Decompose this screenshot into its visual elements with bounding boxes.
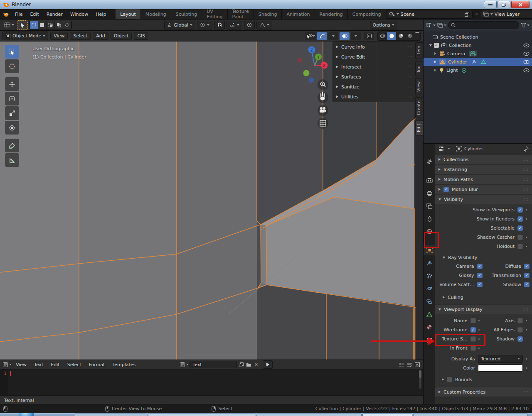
panel-instancing[interactable]: Instancing:::: [435, 165, 532, 174]
row-label[interactable]: Collection [449, 43, 471, 48]
proportional-falloff-dropdown[interactable] [256, 21, 272, 29]
workspace-tab-rendering[interactable]: Rendering [315, 9, 348, 19]
ray-transmission-checkbox[interactable]: ✓ [524, 273, 530, 278]
outliner-row-collection[interactable]: ✓ Collection [424, 41, 532, 49]
sidebar-tab-view[interactable]: View [415, 78, 423, 95]
text-datablock-dropdown[interactable] [180, 362, 189, 367]
text-editor-content[interactable]: 1 [0, 370, 423, 395]
expand-icon[interactable] [442, 378, 444, 381]
snap-toggle[interactable] [214, 21, 225, 29]
tab-physics[interactable] [424, 284, 435, 294]
filter-dropdown[interactable] [437, 23, 446, 28]
close-button[interactable] [511, 1, 530, 8]
tool-move[interactable] [5, 77, 19, 91]
row-label[interactable]: Camera [447, 51, 465, 56]
display-mode-dropdown[interactable] [426, 22, 436, 28]
panel-custom-properties[interactable]: Custom Properties:::: [435, 387, 532, 396]
tab-constraints[interactable] [424, 296, 435, 306]
selectable-checkbox[interactable]: ✓ [517, 225, 523, 231]
panel-curve-info[interactable]: Curve Info:::: [333, 42, 416, 52]
menu-file[interactable]: File [11, 9, 26, 19]
sidebar-tab-edit[interactable]: Edit [415, 120, 423, 135]
shading-material-button[interactable] [396, 32, 405, 40]
overlays-toggle[interactable] [340, 32, 350, 40]
ray-diffuse-checkbox[interactable]: ✓ [524, 264, 530, 269]
tool-scale[interactable] [5, 106, 19, 120]
shading-dropdown[interactable] [414, 32, 420, 40]
show-in-viewports-checkbox[interactable]: ✓ [517, 207, 523, 213]
workspace-tab-sculpting[interactable]: Sculpting [171, 9, 202, 19]
mode-dropdown[interactable]: Object Mode [2, 32, 48, 40]
start-button[interactable] [19, 413, 34, 416]
options-dropdown[interactable]: Options [370, 21, 397, 29]
light-data-icon[interactable] [461, 68, 467, 73]
drag-dots-icon[interactable]: :::: [406, 95, 413, 99]
outliner-row-scene-collection[interactable]: Scene Collection [424, 33, 532, 41]
gizmos-dropdown[interactable] [328, 32, 338, 40]
motion-blur-checkbox[interactable]: ✓ [443, 187, 449, 192]
search-input[interactable] [448, 21, 519, 29]
bounds-checkbox[interactable] [447, 377, 452, 382]
display-name-checkbox[interactable] [470, 318, 476, 323]
panel-ray-visibility[interactable]: Ray Visibility [435, 253, 532, 262]
proportional-editing-toggle[interactable] [244, 21, 255, 29]
menu-render[interactable]: Render [43, 9, 66, 19]
camera-data-icon[interactable] [469, 51, 477, 56]
panel-motion-paths[interactable]: Motion Paths:::: [435, 175, 532, 184]
ray-shadow-checkbox[interactable]: ✓ [524, 282, 530, 287]
outliner-row-light[interactable]: Light [424, 66, 532, 74]
tool-cursor[interactable] [5, 59, 19, 73]
windows-taskbar[interactable] [0, 413, 532, 416]
text-name-field[interactable]: Text [190, 361, 237, 368]
viewport-menu-gis[interactable]: GIS [134, 32, 148, 40]
sidebar-tab-tool[interactable]: Tool [415, 61, 423, 76]
select-mode-invert[interactable] [55, 21, 63, 29]
panel-viewport-display[interactable]: Viewport Display:::: [435, 305, 532, 314]
te-menu-edit[interactable]: Edit [47, 362, 63, 367]
panel-surfaces[interactable]: Surfaces:::: [333, 72, 416, 82]
menu-help[interactable]: Help [92, 9, 110, 19]
editor-type-dropdown[interactable] [2, 362, 12, 367]
drag-dots-icon[interactable]: :::: [406, 85, 413, 89]
expand-icon[interactable] [434, 61, 436, 63]
menu-edit[interactable]: Edit [26, 9, 42, 19]
ray-volume-checkbox[interactable]: ✓ [477, 282, 483, 287]
syntax-highlight-toggle[interactable] [414, 362, 421, 368]
view-layer-name[interactable]: View Layer [495, 12, 532, 17]
collection-checkbox[interactable]: ✓ [434, 43, 439, 48]
panel-visibility[interactable]: Visibility:::: [435, 195, 532, 204]
outliner-row-camera[interactable]: Camera [424, 49, 532, 58]
select-mode-intersect[interactable] [63, 21, 71, 29]
hide-toggle-eye-icon[interactable] [523, 43, 530, 48]
sidebar-tab-item[interactable]: Item [415, 42, 423, 59]
taskbar-window-button[interactable] [257, 414, 362, 416]
panel-utilities[interactable]: Utilities:::: [333, 92, 416, 102]
panel-motion-blur[interactable]: ✓Motion Blur:::: [435, 185, 532, 194]
tool-transform[interactable] [5, 121, 19, 135]
display-color-swatch[interactable] [478, 365, 523, 372]
tab-tool[interactable] [424, 157, 435, 167]
open-text-button[interactable] [245, 362, 252, 368]
sidebar-tab-create[interactable]: Create [415, 97, 423, 118]
xray-toggle[interactable] [364, 32, 374, 40]
view-layer-selector[interactable]: View Layer [481, 10, 532, 19]
tab-particles[interactable] [424, 271, 435, 281]
te-menu-view[interactable]: View [12, 362, 30, 367]
new-text-button[interactable] [238, 362, 244, 368]
pin-icon[interactable] [523, 146, 529, 152]
chevron-down-icon[interactable] [448, 148, 450, 149]
filter-funnel-dropdown[interactable] [521, 23, 530, 28]
unlink-text-button[interactable]: ✕ [253, 362, 259, 368]
drag-dots-icon[interactable]: :::: [406, 75, 413, 79]
te-menu-text[interactable]: Text [31, 362, 47, 367]
viewport-menu-add[interactable]: Add [93, 32, 108, 40]
expand-icon[interactable] [434, 52, 436, 55]
panel-culling[interactable]: Culling [435, 293, 532, 301]
collapse-icon[interactable] [429, 44, 432, 46]
drag-dots-icon[interactable]: :::: [406, 65, 413, 69]
viewport-menu-select[interactable]: Select [70, 32, 91, 40]
tab-render[interactable] [424, 175, 435, 185]
viewport-menu-object[interactable]: Object [111, 32, 132, 40]
viewport-3d[interactable]: Z Y X Object Mode View Select Add Object [0, 31, 423, 360]
mesh-data-icon[interactable] [480, 59, 486, 64]
